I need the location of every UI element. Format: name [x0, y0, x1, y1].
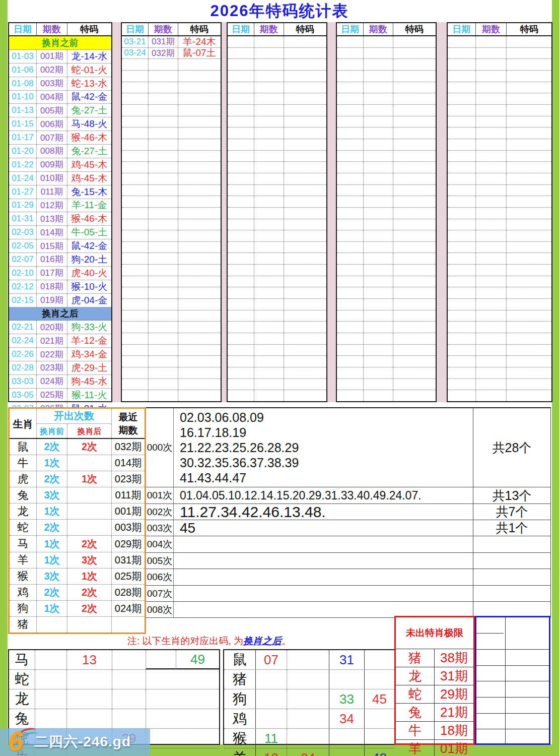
value-cell: 13 — [67, 650, 112, 669]
date-cell — [228, 185, 254, 196]
after-count-cell — [67, 520, 112, 535]
date-cell — [122, 287, 149, 298]
code-cell — [178, 219, 221, 230]
table-row — [337, 390, 436, 401]
code-cell — [178, 265, 221, 276]
date-cell — [337, 71, 364, 82]
period-cell — [476, 390, 507, 401]
column-header-1: 期数 — [37, 23, 67, 35]
watermark-logo: 6 — [8, 725, 23, 756]
date-cell — [228, 128, 254, 139]
zodiac-row: 牛1次014期 — [10, 455, 145, 471]
date-cell — [228, 71, 254, 82]
table-row: 01-22009期鸡-45-木 — [9, 158, 111, 172]
period-cell — [476, 242, 507, 253]
counts-row: 004次 — [146, 536, 551, 553]
date-cell — [337, 93, 364, 104]
value-cell — [256, 709, 287, 728]
period-cell: 007期 — [37, 131, 67, 144]
value-cell — [146, 650, 176, 669]
after-change-header: 换肖后 — [67, 424, 112, 439]
column-header-0: 日期 — [9, 23, 37, 35]
period-cell: 015期 — [37, 239, 67, 253]
column-header-2: 特码 — [284, 23, 326, 35]
period-cell — [149, 139, 178, 150]
limit-zodiac-cell: 牛 — [396, 722, 435, 739]
period-cell — [149, 299, 178, 310]
date-cell — [448, 345, 476, 356]
table-row — [448, 242, 551, 254]
date-cell: 03-03 — [9, 375, 37, 388]
count-label: 000次 — [146, 408, 174, 487]
before-count-cell: 1次 — [37, 503, 67, 519]
period-cell — [476, 173, 507, 184]
code-cell — [284, 151, 326, 162]
table-row — [228, 322, 326, 333]
code-cell — [393, 173, 436, 184]
zodiac-row: 羊1次3次031期 — [10, 552, 145, 569]
limit-row: 猪38期 — [396, 649, 473, 667]
limit-period-cell: 01期 — [435, 740, 473, 756]
recent-period-cell: 029期 — [112, 536, 145, 551]
value-cell — [35, 670, 67, 689]
code-cell: 虎-29-土 — [67, 361, 111, 374]
code-cell — [507, 116, 551, 128]
table-row — [228, 253, 326, 265]
date-cell — [337, 196, 364, 207]
table-row — [448, 48, 551, 59]
zodiac-row: 龙1次001期 — [10, 503, 145, 520]
table-row: 03-05025期猴-11-火 — [9, 389, 111, 402]
date-cell — [122, 367, 149, 379]
period-cell — [476, 276, 507, 287]
value-cell — [329, 670, 365, 689]
period-cell — [254, 48, 284, 59]
table-row: 02-05015期鼠-42-金 — [9, 239, 111, 253]
counts-row: 001次01.04.05.10.12.14.15.20.29.31.33.40.… — [146, 487, 551, 504]
code-cell — [393, 139, 436, 150]
after-count-cell: 2次 — [67, 601, 112, 616]
period-cell — [254, 82, 284, 93]
table-row — [228, 151, 326, 162]
code-cell — [393, 185, 436, 196]
date-cell — [337, 230, 364, 241]
date-cell — [448, 196, 476, 207]
zodiac-cell: 羊 — [10, 552, 37, 568]
blue-empty-box — [475, 616, 550, 745]
table-row — [228, 36, 326, 48]
table-row — [228, 93, 326, 105]
code-cell — [393, 208, 436, 219]
table-row — [337, 48, 436, 59]
note-text-red: 注: 以下生肖的对应出码, 为 — [127, 635, 243, 648]
before-count-cell: 1次 — [37, 455, 67, 471]
group-separator — [112, 22, 121, 402]
table-row — [228, 367, 326, 379]
limit-box-title: 未出特肖极限 — [396, 617, 473, 649]
date-cell — [228, 345, 254, 356]
column-header-2: 特码 — [178, 23, 221, 35]
table-row — [122, 151, 221, 162]
table-row — [448, 310, 551, 322]
period-cell — [476, 162, 507, 173]
table-row — [337, 265, 436, 276]
count-total — [473, 536, 550, 552]
date-cell — [122, 265, 149, 276]
column-header-1: 期数 — [476, 23, 507, 35]
table-row — [228, 173, 326, 185]
period-cell — [149, 173, 178, 184]
date-cell: 02-12 — [9, 280, 37, 293]
period-cell — [364, 71, 393, 82]
table-row — [122, 253, 221, 265]
period-cell — [476, 345, 507, 356]
period-cell — [364, 322, 393, 333]
count-total: 共7个 — [473, 504, 550, 520]
date-cell — [448, 356, 476, 367]
count-total — [473, 569, 550, 585]
column-header-0: 日期 — [337, 23, 364, 35]
date-cell: 01-10 — [9, 91, 37, 104]
period-cell — [254, 379, 284, 390]
period-cell — [254, 356, 284, 367]
period-cell: 004期 — [37, 91, 67, 104]
period-cell: 009期 — [37, 158, 67, 171]
table-row: 02-12018期猴-10-火 — [9, 280, 111, 294]
table-row — [337, 82, 436, 94]
